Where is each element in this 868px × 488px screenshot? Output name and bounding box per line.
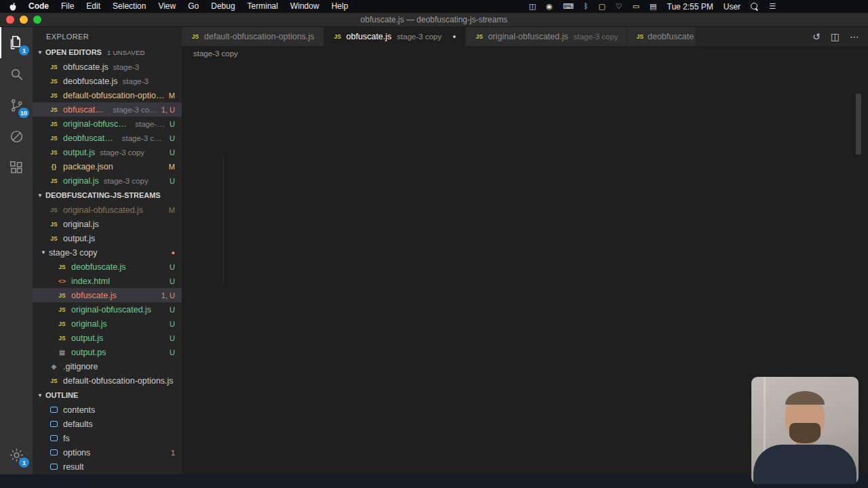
outline-symbol-contents[interactable]: contents <box>33 403 182 417</box>
file-original.js[interactable]: JSoriginal.jsU <box>33 317 182 331</box>
menu-item-view[interactable]: View <box>152 0 182 13</box>
menu-item-go[interactable]: Go <box>182 0 205 13</box>
menu-item-debug[interactable]: Debug <box>205 0 241 13</box>
menu-bar-right: ◫◉⌨ᛒ▢♡▭▤ Tue 2:55 PM User ☰ <box>529 0 776 13</box>
vscode-window: CodeFileEditSelectionViewGoDebugTerminal… <box>0 0 868 488</box>
file-output.js[interactable]: JSoutput.jsU <box>33 331 182 345</box>
indent-guide <box>223 156 224 285</box>
js-file-icon: JS <box>57 321 67 327</box>
activity-item-debug[interactable] <box>0 121 33 152</box>
symbol-variable-icon <box>50 421 58 427</box>
minimize-button[interactable] <box>20 16 28 24</box>
more-actions-icon[interactable]: ⋯ <box>850 31 859 42</box>
outline-symbol-options[interactable]: options1 <box>33 445 182 460</box>
heart-icon[interactable]: ♡ <box>616 0 623 13</box>
error-dot: ● <box>167 249 175 256</box>
file-folder-hint: stage-3 copy <box>135 120 165 128</box>
menu-item-code[interactable]: Code <box>22 0 55 13</box>
file-obfuscate.js[interactable]: JSobfuscate.js1, U <box>33 288 182 302</box>
open-editors-list: JSobfuscate.jsstage-3JSdeobfuscate.jssta… <box>33 60 182 188</box>
git-decoration: M <box>165 92 175 100</box>
open-editor-default-obfuscation-options.js[interactable]: JSdefault-obfuscation-options.jsM <box>33 88 182 102</box>
open-editor-output.js[interactable]: JSoutput.jsstage-3 copyU <box>33 145 182 159</box>
file-deobfuscate.js[interactable]: JSdeobfuscate.jsU <box>33 260 182 274</box>
js-file-icon: JS <box>49 64 59 70</box>
tab-deobfuscate[interactable]: JSdeobfuscate <box>628 27 696 46</box>
symbol-name: defaults <box>63 420 93 429</box>
menu-item-terminal[interactable]: Terminal <box>241 0 284 13</box>
split-editor-icon[interactable]: ◫ <box>831 31 840 42</box>
search-icon <box>9 66 24 82</box>
tab-obfuscate.js[interactable]: JSobfuscate.jsstage-3 copy● <box>324 27 465 46</box>
breadcrumb-stage-3-copy[interactable]: stage-3 copy <box>193 49 238 58</box>
open-editor-obfuscate.js[interactable]: JSobfuscate.jsstage-3 copy1, U <box>33 102 182 117</box>
apple-menu-icon[interactable] <box>0 2 22 12</box>
js-file-icon: JS <box>49 378 59 384</box>
bluetooth-icon[interactable]: ᛒ <box>584 0 589 13</box>
open-editors-header[interactable]: ▼ OPEN EDITORS 1 UNSAVED <box>33 45 182 60</box>
battery-icon[interactable]: ▭ <box>633 0 639 13</box>
outline-symbol-defaults[interactable]: defaults <box>33 417 182 431</box>
activity-item-explorer[interactable]: 1 <box>0 27 33 58</box>
unsaved-badge: 1 UNSAVED <box>107 49 145 56</box>
tab-default-obfuscation-options.js[interactable]: JSdefault-obfuscation-options.js <box>182 27 323 46</box>
file-original.js[interactable]: JSoriginal.js <box>33 217 182 231</box>
menu-clock[interactable]: Tue 2:55 PM <box>667 2 713 12</box>
extensions-icon <box>9 160 24 176</box>
file-folder-hint: stage-3 <box>113 63 139 71</box>
menu-item-selection[interactable]: Selection <box>106 0 152 13</box>
outline-symbol-result[interactable]: result <box>33 460 182 474</box>
screen-record-icon[interactable]: ◉ <box>546 0 553 13</box>
file-folder-hint: stage-3 copy <box>122 134 165 142</box>
control-center-icon[interactable]: ☰ <box>769 0 776 13</box>
sync-changes-icon[interactable]: ↺ <box>812 31 821 42</box>
editor-scrollbar[interactable] <box>856 94 861 155</box>
open-editor-original-obfuscated.js[interactable]: JSoriginal-obfuscated.jsstage-3 copyU <box>33 117 182 131</box>
workspace-folder-header[interactable]: ▼ DEOBFUSCATING-JS-STREAMS <box>33 188 182 203</box>
file-default-obfuscation-options.js[interactable]: JSdefault-obfuscation-options.js <box>33 373 182 388</box>
tab-label: deobfuscate <box>648 32 694 41</box>
file-name: deobfuscate.js <box>71 262 126 272</box>
display-mirroring-icon[interactable]: ◫ <box>529 0 536 13</box>
activity-item-settings[interactable]: 1 <box>0 439 33 470</box>
git-decoration: U <box>165 320 175 328</box>
spotlight-icon[interactable] <box>751 3 759 11</box>
chevron-down-icon: ▼ <box>35 192 45 199</box>
open-editor-obfuscate.js[interactable]: JSobfuscate.jsstage-3 <box>33 60 182 74</box>
activity-bar-bottom: 1 <box>0 439 33 470</box>
menu-item-window[interactable]: Window <box>284 0 326 13</box>
stage-manager-icon[interactable]: ▤ <box>650 0 656 13</box>
outline-symbol-fs[interactable]: fs <box>33 431 182 445</box>
activity-bar: 110 1 <box>0 27 33 474</box>
file-name: index.html <box>71 277 110 286</box>
activity-item-extensions[interactable] <box>0 152 33 183</box>
close-button[interactable] <box>6 16 14 24</box>
window-title-bar[interactable]: obfuscate.js — deobfuscating-js-streams <box>0 13 868 27</box>
menu-user[interactable]: User <box>724 2 741 12</box>
chevron-down-icon: ▼ <box>35 49 45 56</box>
open-editor-deobfuscate.js[interactable]: JSdeobfuscate.jsstage-3 copyU <box>33 131 182 145</box>
keyboard-icon[interactable]: ⌨ <box>563 0 574 13</box>
file-original-obfuscated.js[interactable]: JSoriginal-obfuscated.jsU <box>33 302 182 317</box>
open-editor-deobfuscate.js[interactable]: JSdeobfuscate.jsstage-3 <box>33 74 182 88</box>
outline-header[interactable]: ▼ OUTLINE <box>33 388 182 403</box>
open-editor-package.json[interactable]: {}package.jsonM <box>33 159 182 174</box>
file-original-obfuscated.js[interactable]: JSoriginal-obfuscated.jsM <box>33 203 182 217</box>
file-index.html[interactable]: <>index.htmlU <box>33 274 182 288</box>
activity-item-search[interactable] <box>0 58 33 89</box>
file-output.ps[interactable]: ▤output.psU <box>33 345 182 359</box>
display-icon[interactable]: ▢ <box>598 0 605 13</box>
js-file-icon: JS <box>49 235 59 242</box>
file-.gitignore[interactable]: ◈.gitignore <box>33 359 182 373</box>
file-output.js[interactable]: JSoutput.js <box>33 231 182 245</box>
menu-item-edit[interactable]: Edit <box>80 0 106 13</box>
tab-original-obfuscated.js[interactable]: JSoriginal-obfuscated.jsstage-3 copy <box>466 27 627 46</box>
folder-stage-3 copy[interactable]: ▼stage-3 copy● <box>33 245 182 260</box>
menu-item-file[interactable]: File <box>55 0 80 13</box>
tab-label: default-obfuscation-options.js <box>204 32 315 41</box>
open-editor-original.js[interactable]: JSoriginal.jsstage-3 copyU <box>33 174 182 188</box>
zoom-button[interactable] <box>33 16 41 24</box>
menu-item-help[interactable]: Help <box>326 0 355 13</box>
js-file-icon: JS <box>333 33 342 40</box>
activity-item-source-control[interactable]: 10 <box>0 89 33 121</box>
